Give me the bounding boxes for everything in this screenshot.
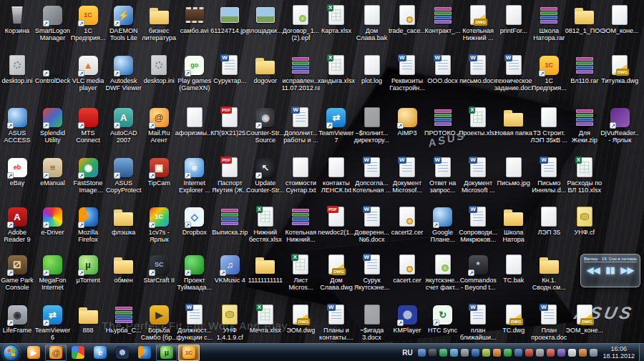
desktop-icon[interactable]: ▶Борьба Самбо (бр...	[140, 303, 178, 341]
desktop-icon[interactable]: Договор_1... (2).epf	[281, 4, 320, 41]
desktop-icon[interactable]: XМечта.xlsx	[246, 303, 285, 334]
desktop-icon[interactable]: eb↗eBay	[0, 156, 36, 187]
dropbox-tray-icon[interactable]	[514, 349, 522, 357]
desktop-icon[interactable]: ◉↗Counter-Str... Source	[246, 106, 285, 144]
desktop-icon[interactable]: WПлан проекта.doc	[530, 303, 568, 341]
desktop-icon[interactable]: DWGTC.dwg	[494, 303, 533, 334]
desktop-icon[interactable]: –$полнит... директору...	[353, 106, 391, 144]
desktop-icon[interactable]: ↗Mozilla Firefox	[69, 205, 107, 243]
desktop-icon[interactable]: флэшка	[104, 205, 143, 236]
desktop-icon[interactable]: PDFПаспорт Якутия (Ж...	[210, 156, 249, 194]
desktop-icon[interactable]: 11111111111	[246, 253, 285, 284]
desktop-icon[interactable]: WДоверенн... №6.docx	[353, 205, 391, 243]
folder-tray-icon[interactable]	[450, 349, 458, 357]
1c-tray-icon[interactable]	[493, 349, 501, 357]
update-tray-icon[interactable]	[461, 349, 469, 357]
player-prev-button[interactable]: ◀◀	[587, 265, 600, 275]
desktop-icon[interactable]: ↗MTS Connect	[69, 106, 107, 144]
desktop-icon[interactable]: desktop.ini	[0, 54, 36, 84]
taskbar-item-1c[interactable]: 1С	[178, 345, 200, 361]
desktop-icon[interactable]: XРасходы по ВЛ 110.xlsx	[565, 156, 604, 194]
desktop-icon[interactable]: WДокумент Microsof...	[388, 156, 426, 194]
desktop-icon[interactable]: dogovor	[246, 54, 285, 84]
desktop-icon[interactable]: WСопроводи... Микрюков...	[459, 205, 497, 243]
desktop-icon[interactable]: ↗ControlDeck	[34, 54, 72, 84]
desktop-icon[interactable]: XПроекты.xlsx	[459, 106, 497, 137]
desktop-icon[interactable]: ↗AIMP3	[388, 106, 426, 137]
desktop-icon[interactable]: Кн.1. Сводн.см...	[530, 253, 568, 291]
desktop-icon[interactable]: Контракт_...	[424, 4, 462, 34]
antivirus-tray-icon[interactable]	[525, 349, 533, 357]
desktop-icon[interactable]: ↗ASUS ACCESS	[0, 106, 36, 144]
desktop-icon[interactable]: афоризмы....	[175, 106, 214, 137]
desktop-icon[interactable]: ▣↗TipCam	[140, 156, 178, 187]
desktop-icon[interactable]: исправлен... 11.07.2012.rar	[281, 54, 320, 92]
desktop-icon[interactable]: ⇄↗TeamViewer 7	[317, 106, 356, 144]
desktop-icon[interactable]: стоимости Сунтар.txt	[281, 156, 320, 194]
desktop-icon[interactable]: 1С↗1С Предприя...	[530, 54, 568, 92]
desktop-icon[interactable]: ↗e-Driver	[34, 205, 72, 236]
desktop-icon[interactable]: 1С↗1cv7s - Ярлык	[140, 205, 178, 243]
usb-tray-icon[interactable]	[482, 349, 490, 357]
player-next-button[interactable]: ▶▶	[621, 265, 634, 275]
desktop-icon[interactable]: DWGЭОМ_коне...	[565, 303, 604, 334]
desktop-icon[interactable]: ТЗ Строит. ЛЭП 35кВ ...	[530, 106, 568, 144]
desktop-icon[interactable]: WДолжност... функции с...	[175, 303, 214, 341]
start-button[interactable]	[3, 345, 19, 361]
desktop-icon[interactable]: ПРОТОКО...	[424, 106, 462, 137]
desktop-icon[interactable]: Wплан ближайши...	[459, 303, 497, 341]
desktop-icon[interactable]: Новая папка	[494, 106, 533, 137]
volume-tray-icon[interactable]	[568, 349, 576, 357]
desktop-icon[interactable]: ↗KMPlayer	[388, 303, 426, 334]
desktop-icon[interactable]: ЭОМ_коне...	[600, 4, 639, 34]
desktop-icon[interactable]: бизнес литература	[140, 4, 178, 41]
desktop-icon[interactable]: Wтехническое задание.docx	[494, 54, 533, 92]
taskbar-item-mailru-agent[interactable]: @	[45, 345, 67, 361]
desktop-icon[interactable]: WОтвет на запрос...	[424, 156, 462, 194]
desktop-icon[interactable]: WСуруктар...	[210, 54, 249, 84]
desktop-icon[interactable]: TC.bak	[494, 253, 533, 284]
desktop-icon[interactable]: Школа Натора	[494, 205, 533, 243]
desktop-icon[interactable]: go↗Play games (GameXN)	[175, 54, 214, 92]
desktop-icon[interactable]: XКарта.xlsx	[317, 4, 356, 34]
desktop-icon[interactable]: XНижний бестях.xlsx	[246, 205, 285, 243]
desktop-icon[interactable]: printFor...	[494, 4, 533, 34]
desktop-icon[interactable]: ⇄↗TeamViewer 6	[34, 303, 72, 341]
desktop-icon[interactable]: WРеквизиты Газстройн...	[388, 54, 426, 92]
desktop-icon[interactable]: Ньурба_С...	[104, 303, 143, 334]
desktop-icon[interactable]: 0812_1_ПОС	[565, 4, 604, 34]
desktop-icon[interactable]: trade_cace...	[388, 4, 426, 34]
desktop-icon[interactable]: ↗Splendid Utility	[34, 106, 72, 144]
desktop-icon[interactable]: ~$игада 3.docx	[353, 303, 391, 341]
desktop-icon[interactable]: Вл110.rar	[565, 54, 604, 84]
taskbar-item-chrome[interactable]	[67, 345, 89, 361]
desktop-icon[interactable]: DWGДом Слава.dwg	[317, 253, 356, 291]
desktop-icon[interactable]: *↗Commandos - Beyond t...	[459, 253, 497, 291]
desktop-icon[interactable]: WПланы и контакты....	[317, 303, 356, 341]
show-desktop-button[interactable]	[639, 344, 644, 361]
taskbar-item-kmplayer[interactable]	[112, 345, 133, 361]
desktop-icon[interactable]: ↻↗HTC Sync	[424, 303, 462, 334]
taskbar-item-utorrent[interactable]: µ	[156, 345, 177, 361]
display-tray-icon[interactable]	[536, 349, 544, 357]
desktop-icon[interactable]: 888	[69, 303, 107, 334]
desktop-icon[interactable]: Корзина	[0, 4, 36, 34]
desktop-icon[interactable]: Wписьмо.docx	[459, 54, 497, 84]
desktop-icon[interactable]: ◇↗Dropbox	[175, 205, 214, 236]
desktop-icon[interactable]: Дом Слава.bak	[353, 4, 391, 41]
language-indicator[interactable]: RU	[402, 349, 412, 357]
desktop-icon[interactable]: самбо.avi	[175, 4, 214, 34]
desktop-icon[interactable]: ▲↗VLC media player	[69, 54, 107, 92]
desktop-icon[interactable]: якутскэне... счет факт...	[424, 253, 462, 291]
desktop-icon[interactable]: ◉↗FastStone Image Viewer	[69, 156, 107, 194]
desktop-icon[interactable]: ⚂↗Game Park Console	[0, 253, 36, 291]
desktop-icon[interactable]: SC↗StarCraft II	[140, 253, 178, 284]
desktop-icon[interactable]: WПисьмо Иннялы.d...	[530, 156, 568, 194]
desktop-icon[interactable]: desktop.ini	[140, 54, 178, 84]
phone-tray-icon[interactable]	[429, 349, 436, 357]
desktop-icon[interactable]: PDFnewdoc2(1...	[317, 205, 356, 236]
desktop-icon[interactable]: WСурук Якутскэне...	[353, 253, 391, 291]
desktop-icon[interactable]: Выписка.zip	[210, 205, 249, 236]
bluetooth-tray-icon[interactable]	[472, 349, 479, 357]
viber-tray-icon[interactable]	[504, 349, 512, 357]
